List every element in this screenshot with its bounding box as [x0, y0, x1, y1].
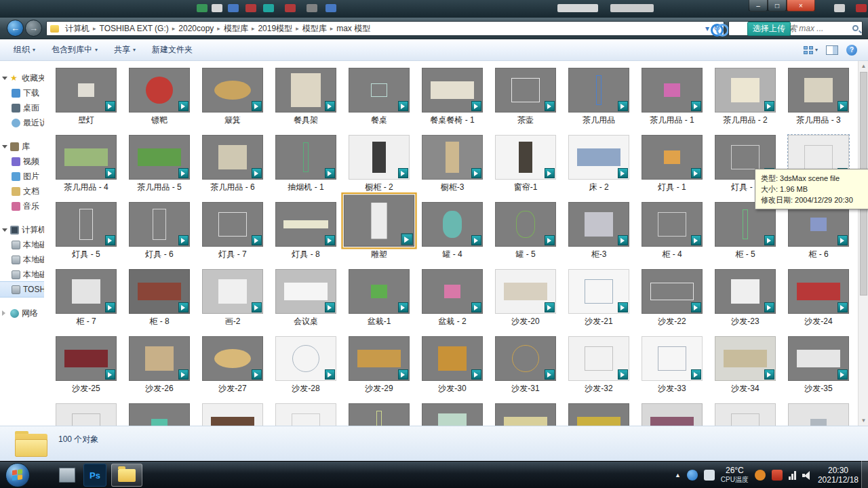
sidebar-item[interactable]: 计算机 [0, 222, 44, 237]
file-item[interactable]: 茶几用品 - 5 [123, 135, 196, 202]
breadcrumb-item[interactable]: 模型库 [299, 23, 330, 35]
file-item[interactable]: 沙发-20 [489, 269, 562, 336]
file-thumbnail[interactable] [275, 68, 336, 113]
toolbar-button[interactable]: 包含到库中▾ [45, 41, 104, 59]
file-thumbnail[interactable] [788, 68, 849, 113]
file-item[interactable]: 茶几用品 - 2 [709, 68, 782, 135]
sidebar-item[interactable]: 视频 [0, 154, 44, 169]
file-item[interactable]: 沙发-32 [562, 336, 635, 403]
breadcrumb-item[interactable]: TOSHIBA EXT (G:) [96, 24, 172, 33]
file-thumbnail[interactable] [349, 269, 410, 314]
file-thumbnail[interactable] [129, 336, 190, 381]
start-button[interactable] [5, 463, 30, 487]
file-thumbnail[interactable] [56, 135, 117, 180]
expander-open-icon[interactable] [2, 145, 7, 148]
file-thumbnail[interactable] [568, 68, 629, 113]
file-item[interactable]: 沙发-23 [709, 269, 782, 336]
file-thumbnail[interactable] [642, 68, 703, 113]
file-thumbnail[interactable] [642, 336, 703, 381]
file-thumbnail[interactable] [568, 135, 629, 180]
file-item[interactable]: 沙发-28 [269, 336, 342, 403]
file-item[interactable]: 橱柜 - 2 [342, 135, 416, 202]
file-thumbnail[interactable] [202, 269, 263, 314]
tray-app-icon-white[interactable] [704, 470, 715, 481]
file-thumbnail[interactable] [642, 135, 703, 180]
sidebar-item[interactable]: TOSHIBA EXT (G:) [0, 282, 44, 297]
file-item[interactable]: 沙发-27 [196, 336, 269, 403]
taskbar-clock[interactable]: 20:30 2021/12/18 [818, 466, 859, 485]
toolbar-button[interactable]: 共享▾ [107, 41, 142, 59]
file-thumbnail[interactable] [202, 403, 263, 426]
sidebar-item[interactable]: 图片 [0, 169, 44, 184]
sidebar-item[interactable]: ★收藏夹 [0, 70, 44, 85]
search-icon[interactable] [852, 25, 859, 31]
file-thumbnail[interactable] [129, 202, 190, 247]
file-item[interactable]: 灯具 - 6 [123, 202, 196, 269]
close-button[interactable]: × [787, 0, 815, 12]
file-item[interactable]: 柜-3 [562, 202, 635, 269]
sidebar-item[interactable]: 音乐 [0, 199, 44, 214]
file-thumbnail[interactable] [56, 403, 117, 426]
file-thumbnail[interactable] [349, 68, 410, 113]
cpu-temperature[interactable]: 26°C CPU温度 [721, 466, 749, 484]
upload-overlay-button[interactable]: 选择上传 [747, 22, 791, 36]
file-thumbnail[interactable] [349, 135, 410, 180]
file-item[interactable]: 橱柜-3 [416, 135, 489, 202]
file-item[interactable] [123, 403, 196, 426]
file-thumbnail[interactable] [568, 336, 629, 381]
change-view-button[interactable]: ▾ [804, 46, 818, 54]
file-thumbnail[interactable] [275, 403, 336, 426]
file-thumbnail[interactable] [349, 336, 410, 381]
sidebar-item[interactable]: 下载 [0, 85, 44, 100]
file-item[interactable]: 餐桌 [342, 68, 416, 135]
file-item[interactable] [489, 403, 562, 426]
file-item[interactable]: 雕塑 [342, 202, 416, 269]
volume-icon[interactable] [802, 471, 812, 480]
file-thumbnail[interactable] [129, 269, 190, 314]
file-thumbnail[interactable] [275, 336, 336, 381]
network-icon[interactable] [789, 471, 796, 480]
file-thumbnail[interactable] [422, 336, 483, 381]
show-desktop-button[interactable] [861, 461, 868, 488]
file-thumbnail[interactable] [422, 202, 483, 247]
tray-app-icon-blue[interactable] [687, 470, 698, 481]
file-thumbnail[interactable] [202, 336, 263, 381]
sync-rings-icon[interactable] [711, 24, 726, 33]
file-item[interactable]: 沙发-35 [782, 336, 855, 403]
file-item[interactable]: 罐 - 5 [489, 202, 562, 269]
file-item[interactable] [709, 403, 782, 426]
file-thumbnail[interactable] [715, 403, 776, 426]
file-item[interactable] [50, 403, 123, 426]
file-item[interactable] [416, 403, 489, 426]
tray-app-icon-orange[interactable] [755, 470, 766, 481]
file-item[interactable]: 柜 - 5 [709, 202, 782, 269]
sidebar-item[interactable]: 本地磁盘 (D:) [0, 252, 44, 267]
file-thumbnail[interactable] [202, 135, 263, 180]
file-thumbnail[interactable] [642, 269, 703, 314]
file-item[interactable]: 茶几用品 [562, 68, 635, 135]
file-thumbnail[interactable] [642, 202, 703, 247]
sidebar-item[interactable]: 桌面 [0, 100, 44, 115]
file-item[interactable]: 床 - 2 [562, 135, 635, 202]
file-thumbnail[interactable] [495, 403, 556, 426]
file-thumbnail[interactable] [422, 68, 483, 113]
address-dropdown-icon[interactable]: ▾ [705, 24, 709, 33]
file-thumbnail[interactable] [422, 269, 483, 314]
maximize-button[interactable]: □ [768, 0, 787, 12]
back-button[interactable]: ← [7, 20, 24, 37]
expander-open-icon[interactable] [2, 228, 7, 232]
file-item[interactable]: 灯具 - 1 [635, 135, 709, 202]
file-item[interactable]: 盆栽-1 [342, 269, 416, 336]
file-item[interactable]: 茶几用品 - 3 [782, 68, 855, 135]
file-thumbnail[interactable] [495, 336, 556, 381]
file-thumbnail[interactable] [56, 68, 117, 113]
expander-open-icon[interactable] [2, 77, 7, 80]
file-thumbnail[interactable] [56, 269, 117, 314]
file-item[interactable]: 沙发-21 [562, 269, 635, 336]
breadcrumb-item[interactable]: 2019模型 [254, 23, 296, 35]
file-item[interactable]: 沙发-22 [635, 269, 709, 336]
file-item[interactable]: 会议桌 [269, 269, 342, 336]
file-item[interactable]: 茶几用品 - 6 [196, 135, 269, 202]
file-thumbnail[interactable] [422, 135, 483, 180]
file-thumbnail[interactable] [495, 202, 556, 247]
